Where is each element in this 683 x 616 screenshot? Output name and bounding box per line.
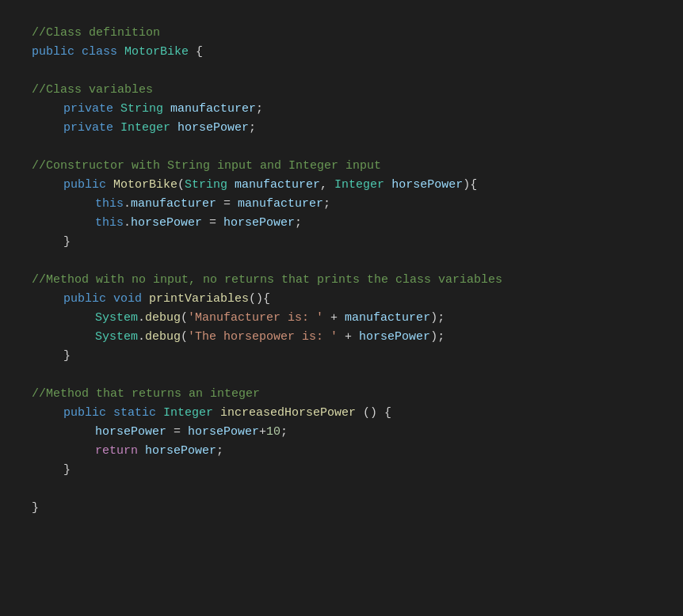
this-keyword-1: this [95,195,124,214]
line-comment-method-return: //Method that returns an integer [16,385,667,404]
comment-class-vars: //Class variables [32,81,153,100]
keyword-class: class [82,43,124,62]
var-manufacturer-ref: manufacturer [345,309,430,328]
method-printvariables: printVariables [149,290,249,309]
line-this-horsepower: this.horsePower = horsePower; [16,214,667,233]
keyword-void: void [113,290,149,309]
close-brace-3: } [63,461,71,480]
line-horsepower-assign: horsePower = horsePower+10; [16,423,667,442]
comment-class-def: //Class definition [32,24,160,43]
assign-3: = [166,423,188,442]
param-manufacturer: manufacturer [235,176,320,195]
paren-close-1: ){ [463,176,477,195]
semicolon-6: ; [216,442,223,461]
assign-2: = [202,214,223,233]
plus-2: + [338,328,359,347]
empty-line-4 [16,366,667,385]
line-debug-manufacturer: System.debug('Manufacturer is: ' + manuf… [16,309,667,328]
paren-method-1: (){ [249,290,270,309]
var-horsepower-return: horsePower [145,442,216,461]
semicolon-3: ; [323,195,330,214]
semicolon-4: ; [295,214,302,233]
line-close-brace-3: } [16,461,667,480]
empty-line-5 [16,480,667,499]
empty-line-2 [16,138,667,157]
paren-debug-2: ( [181,328,188,347]
empty-line-1 [16,62,667,81]
plus-10: + [259,423,266,442]
dot-2: . [124,214,131,233]
this-keyword-2: this [95,214,124,233]
assign-horsepower: horsePower [223,214,295,233]
keyword-public: public [32,43,82,62]
plus-1: + [323,309,345,328]
paren-close-debug-1: ); [430,309,445,328]
dot-system-1: . [138,309,145,328]
line-var-manufacturer: private String manufacturer; [16,100,667,119]
type-string-param: String [185,176,235,195]
type-integer-return: Integer [163,404,220,423]
empty-line-3 [16,252,667,271]
assign-1: = [216,195,238,214]
paren-open-1: ( [177,176,185,195]
keyword-private-1: private [63,100,120,119]
type-integer-param: Integer [334,176,391,195]
type-integer-1: Integer [120,119,177,138]
comma-1: , [320,176,334,195]
line-var-horsepower: private Integer horsePower; [16,119,667,138]
system-class: System [95,309,138,328]
type-string-1: String [120,100,170,119]
line-this-manufacturer: this.manufacturer = manufacturer; [16,195,667,214]
classname-motorbike: MotorBike [124,43,189,62]
line-close-brace-1: } [16,233,667,252]
this-horsepower: horsePower [131,214,202,233]
code-editor: //Class definition public class MotorBik… [0,16,683,526]
method-debug-1: debug [145,309,181,328]
this-manufacturer: manufacturer [131,195,216,214]
var-horsepower-ref: horsePower [359,328,430,347]
keyword-public-static: public [63,404,113,423]
method-increasedhp: increasedHorsePower [220,404,356,423]
var-horsepower: horsePower [177,119,249,138]
line-comment-constructor: //Constructor with String input and Inte… [16,157,667,176]
line-close-brace-main: } [16,499,667,518]
semicolon-1: ; [256,100,263,119]
line-method-print-sig: public void printVariables(){ [16,290,667,309]
assign-manufacturer: manufacturer [238,195,323,214]
var-horsepower-assign: horsePower [95,423,166,442]
keyword-return: return [95,442,145,461]
number-10: 10 [266,423,280,442]
line-return-stmt: return horsePower; [16,442,667,461]
close-brace-main: } [32,499,39,518]
method-debug-2: debug [145,328,181,347]
comment-constructor: //Constructor with String input and Inte… [32,157,381,176]
keyword-public-constructor: public [63,176,113,195]
plain-brace-open: { [189,43,203,62]
system-class-2: System [95,328,138,347]
paren-static-method: () { [356,404,391,423]
comment-method-return: //Method that returns an integer [32,385,260,404]
param-horsepower: horsePower [391,176,463,195]
close-brace-1: } [63,233,71,252]
string-the: 'The horsepower is: ' [188,328,338,347]
close-brace-2: } [63,347,71,366]
dot-1: . [124,195,131,214]
keyword-public-method: public [63,290,113,309]
comment-method-print: //Method with no input, no returns that … [32,271,502,290]
semicolon-2: ; [249,119,256,138]
line-comment-method-print: //Method with no input, no returns that … [16,271,667,290]
line-close-brace-2: } [16,347,667,366]
semicolon-5: ; [280,423,288,442]
var-horsepower-rhs: horsePower [188,423,259,442]
string-manufacturer: 'Manufacturer is: ' [188,309,323,328]
dot-system-2: . [138,328,145,347]
line-class-declaration: public class MotorBike { [16,43,667,62]
line-comment-class-def: //Class definition [16,24,667,43]
line-comment-class-vars: //Class variables [16,81,667,100]
var-manufacturer: manufacturer [170,100,256,119]
line-method-increase-sig: public static Integer increasedHorsePowe… [16,404,667,423]
paren-debug-1: ( [181,309,188,328]
keyword-private-2: private [63,119,120,138]
keyword-static: static [113,404,163,423]
line-debug-horsepower: System.debug('The horsepower is: ' + hor… [16,328,667,347]
